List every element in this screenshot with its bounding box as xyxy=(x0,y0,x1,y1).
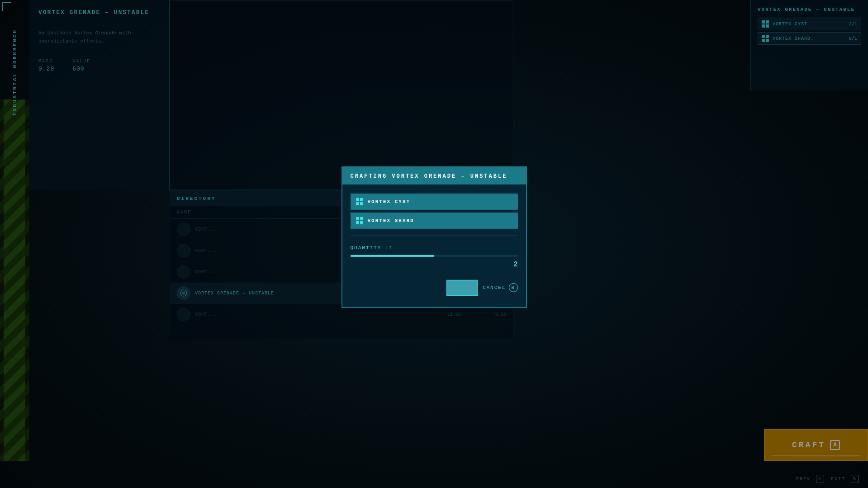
quantity-display: 2 xyxy=(351,260,518,268)
dialog-ingredient-1: VORTEX CYST xyxy=(351,193,518,209)
dialog-ingredient-name-1: VORTEX CYST xyxy=(368,199,411,204)
dialog-header: CRAFTING VORTEX GRENADE – UNSTABLE xyxy=(342,167,526,184)
quantity-bar-fill xyxy=(351,255,434,256)
dialog-ingredient-name-2: VORTEX SHARD xyxy=(368,218,414,223)
dialog-ingredient-icon-1 xyxy=(356,198,363,205)
dialog-ingredient-2: VORTEX SHARD xyxy=(351,212,518,228)
dialog-divider xyxy=(351,235,518,236)
dialog-footer: CANCEL B xyxy=(351,280,518,298)
quantity-section: QUANTITY :1 2 xyxy=(351,242,518,280)
cancel-key-badge: B xyxy=(509,283,518,292)
quantity-label: QUANTITY :1 xyxy=(351,245,518,250)
cancel-button[interactable]: CANCEL B xyxy=(483,283,518,292)
confirm-button[interactable] xyxy=(446,280,478,295)
crafting-dialog: CRAFTING VORTEX GRENADE – UNSTABLE VORTE… xyxy=(342,166,527,308)
dialog-title: CRAFTING VORTEX GRENADE – UNSTABLE xyxy=(351,173,508,179)
dialog-body: VORTEX CYST VORTEX SHARD QUANTITY :1 2 C… xyxy=(342,184,526,307)
cancel-label: CANCEL xyxy=(483,285,506,290)
dialog-ingredient-icon-2 xyxy=(356,217,363,224)
quantity-bar xyxy=(351,255,518,256)
